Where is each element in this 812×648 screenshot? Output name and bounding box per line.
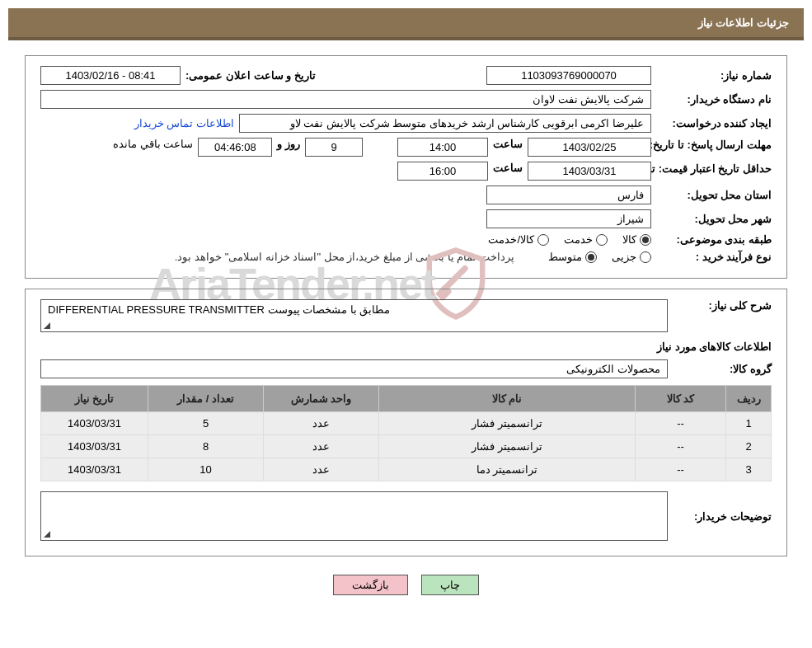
- cell-qty: 8: [148, 435, 264, 458]
- col-code: کد کالا: [636, 386, 726, 412]
- buyer-notes-text[interactable]: [40, 491, 668, 541]
- cell-row: 3: [726, 458, 772, 481]
- row-province: استان محل تحویل: فارس: [40, 185, 772, 204]
- announce-value: 1403/02/16 - 08:41: [40, 66, 181, 85]
- cell-code: --: [636, 458, 726, 481]
- city-value: شیراز: [486, 209, 651, 228]
- group-value: محصولات الکترونیکی: [40, 359, 668, 378]
- buyer-label: نام دستگاه خریدار:: [656, 93, 772, 106]
- announce-label: تاریخ و ساعت اعلان عمومی:: [185, 69, 316, 82]
- time-label-1: ساعت: [493, 138, 523, 150]
- contact-link[interactable]: اطلاعات تماس خریدار: [134, 117, 234, 129]
- validity-label: حداقل تاریخ اعتبار قیمت: تا تاریخ:: [656, 162, 772, 176]
- cell-code: --: [636, 435, 726, 458]
- overall-label: شرح کلی نیاز:: [673, 299, 772, 312]
- col-unit: واحد شمارش: [264, 386, 379, 412]
- col-row: ردیف: [726, 386, 772, 412]
- row-classification: طبقه بندی موضوعی: کالا خدمت کالا/خدمت: [40, 233, 772, 246]
- radio-medium[interactable]: متوسط: [548, 251, 597, 263]
- row-buyer-notes: توضیحات خریدار:: [40, 491, 772, 541]
- countdown-time: 04:46:08: [198, 138, 272, 157]
- days-remaining: 9: [305, 138, 363, 157]
- cell-unit: عدد: [264, 435, 379, 458]
- back-button[interactable]: بازگشت: [333, 575, 408, 595]
- row-city: شهر محل تحویل: شیراز: [40, 209, 772, 228]
- cell-name: ترانسمیتر فشار: [379, 435, 636, 458]
- radio-partial-label: جزیی: [612, 251, 636, 263]
- process-label: نوع فرآیند خرید :: [656, 251, 772, 263]
- cell-name: ترانسمیتر دما: [379, 458, 636, 481]
- table-row: 1 -- ترانسمیتر فشار عدد 5 1403/03/31: [41, 412, 772, 435]
- cell-row: 1: [726, 412, 772, 435]
- deadline-date: 1403/02/25: [528, 138, 651, 157]
- col-date: تاریخ نیاز: [41, 386, 148, 412]
- validity-date: 1403/03/31: [528, 162, 651, 181]
- requester-value: علیرضا اکرمی ابرقویی کارشناس ارشد خریدها…: [239, 114, 651, 133]
- province-label: استان محل تحویل:: [656, 189, 772, 201]
- table-row: 2 -- ترانسمیتر فشار عدد 8 1403/03/31: [41, 435, 772, 458]
- goods-info-title: اطلاعات کالاهای مورد نیاز: [40, 340, 772, 353]
- validity-time: 16:00: [397, 162, 488, 181]
- row-overall-desc: شرح کلی نیاز: DIFFERENTIAL PRESSURE TRAN…: [40, 299, 772, 332]
- row-deadline: مهلت ارسال پاسخ: تا تاریخ: 1403/02/25 سا…: [40, 138, 772, 157]
- row-requester: ایجاد کننده درخواست: علیرضا اکرمی ابرقوی…: [40, 114, 772, 133]
- need-no-label: شماره نیاز:: [656, 69, 772, 82]
- col-qty: تعداد / مقدار: [148, 386, 264, 412]
- row-buyer: نام دستگاه خریدار: شرکت پالایش نفت لاوان: [40, 90, 772, 109]
- row-group: گروه کالا: محصولات الکترونیکی: [40, 359, 772, 378]
- page-header: جزئیات اطلاعات نیاز: [8, 8, 804, 40]
- table-row: 3 -- ترانسمیتر دما عدد 10 1403/03/31: [41, 458, 772, 481]
- cell-row: 2: [726, 435, 772, 458]
- radio-goods[interactable]: کالا: [622, 233, 651, 246]
- buyer-value: شرکت پالایش نفت لاوان: [40, 90, 651, 109]
- row-need-no: شماره نیاز: 1103093769000070 تاریخ و ساع…: [40, 66, 772, 85]
- deadline-label: مهلت ارسال پاسخ: تا تاریخ:: [656, 138, 772, 153]
- need-no-value: 1103093769000070: [486, 66, 651, 85]
- requester-label: ایجاد کننده درخواست:: [656, 117, 772, 129]
- cell-name: ترانسمیتر فشار: [379, 412, 636, 435]
- days-and-label: روز و: [277, 138, 300, 150]
- process-note: پرداخت تمام یا بخشی از مبلغ خرید،از محل …: [175, 251, 514, 263]
- cell-code: --: [636, 412, 726, 435]
- cell-unit: عدد: [264, 458, 379, 481]
- radio-partial[interactable]: جزیی: [612, 251, 651, 263]
- details-panel: شرح کلی نیاز: DIFFERENTIAL PRESSURE TRAN…: [25, 289, 787, 556]
- cell-date: 1403/03/31: [41, 435, 148, 458]
- cell-qty: 10: [148, 458, 264, 481]
- info-panel: AriaTender.net شماره نیاز: 1103093769000…: [25, 55, 787, 279]
- page-title: جزئیات اطلاعات نیاز: [698, 16, 789, 29]
- radio-goods-service[interactable]: کالا/خدمت: [488, 233, 549, 246]
- cell-qty: 5: [148, 412, 264, 435]
- cell-unit: عدد: [264, 412, 379, 435]
- print-button[interactable]: چاپ: [421, 575, 479, 595]
- radio-service[interactable]: خدمت: [564, 233, 608, 246]
- table-header: ردیف کد کالا نام کالا واحد شمارش تعداد /…: [41, 386, 772, 412]
- remaining-label: ساعت باقي مانده: [113, 138, 193, 150]
- overall-desc-text[interactable]: DIFFERENTIAL PRESSURE TRANSMITTER مطابق …: [40, 299, 668, 332]
- goods-table: ردیف کد کالا نام کالا واحد شمارش تعداد /…: [40, 385, 772, 481]
- province-value: فارس: [486, 185, 651, 204]
- time-label-2: ساعت: [493, 162, 523, 174]
- classify-label: طبقه بندی موضوعی:: [656, 233, 772, 246]
- button-row: چاپ بازگشت: [8, 566, 804, 603]
- cell-date: 1403/03/31: [41, 412, 148, 435]
- row-validity: حداقل تاریخ اعتبار قیمت: تا تاریخ: 1403/…: [40, 162, 772, 181]
- radio-service-label: خدمت: [564, 233, 593, 246]
- radio-goods-label: کالا: [622, 233, 636, 246]
- radio-medium-label: متوسط: [548, 251, 582, 263]
- cell-date: 1403/03/31: [41, 458, 148, 481]
- row-process: نوع فرآیند خرید : جزیی متوسط پرداخت تمام…: [40, 251, 772, 263]
- city-label: شهر محل تحویل:: [656, 213, 772, 225]
- buyer-notes-label: توضیحات خریدار:: [673, 510, 772, 523]
- col-name: نام کالا: [379, 386, 636, 412]
- radio-goodsservice-label: کالا/خدمت: [488, 233, 534, 246]
- group-label: گروه کالا:: [673, 363, 772, 375]
- deadline-time: 14:00: [397, 138, 488, 157]
